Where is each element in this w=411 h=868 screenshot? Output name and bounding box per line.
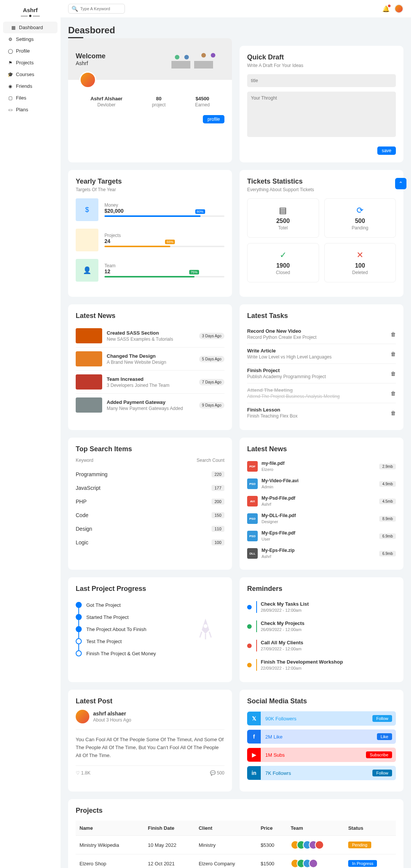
search-input[interactable] [80,6,121,11]
user-avatar[interactable] [394,4,403,13]
draft-body-input[interactable] [247,92,396,137]
trash-icon[interactable]: 🗑 [391,351,396,357]
latest-post-card: Latest Post ashrf alshaer About 3 Hours … [68,690,232,792]
social-icon: 𝕏 [247,712,261,725]
news-image [76,328,102,343]
status-badge: Pending [348,842,371,848]
social-card: Social Media Stats 𝕏90K FollowersFollowf… [240,690,403,792]
table-header: Team [287,821,344,836]
files-title: Latest News [247,445,396,453]
step-dot [76,626,82,632]
svg-point-3 [184,55,189,59]
latest-tasks-title: Latest Tasks [247,312,396,320]
target-icon: $ [76,198,98,221]
yearly-targets-card: Yearly Targets Targets Of The Year $Mone… [68,170,232,297]
nav-friends[interactable]: ◉Friends [0,80,61,92]
search-head-count: Search Count [197,458,224,463]
trash-icon[interactable]: 🗑 [391,331,396,337]
team-avatar [309,859,318,868]
project-progress-title: Last Project Progress [76,585,224,593]
file-type-icon: DLL [247,548,258,559]
draft-title-input[interactable] [247,74,396,87]
table-header: Client [195,821,257,836]
file-type-icon: AVI [247,496,258,506]
reminders-title: Reminders [247,585,396,593]
projects-title: Projects [76,807,396,815]
ticket-icon: ✓ [254,250,312,260]
courses-icon: 🎓 [8,72,13,77]
news-days: 7 Days Ago [199,379,224,385]
ticket-stat: ✓1900Closed [247,243,319,282]
files-icon: ▢ [8,95,13,101]
reminder-dot [247,624,252,629]
file-type-icon: PDF [247,461,258,472]
bell-icon[interactable]: 🔔 [382,5,390,12]
news-days: 3 Days Ago [199,333,224,339]
projects-table: NameFinish DateClientPriceTeamStatus Min… [76,821,396,868]
reminder-dot [247,605,252,609]
search-box[interactable]: 🔍 [68,4,125,14]
profile-button[interactable]: profile [203,115,224,123]
table-row: Ministry Wikipedia10 May 2022Ministry$53… [76,836,396,854]
svg-point-2 [175,55,179,59]
post-author: ashrf alshaer [93,711,126,717]
trash-icon[interactable]: 🗑 [391,390,396,396]
post-body: You Can Fool All Of The People Some Of T… [76,729,224,766]
brand-divider [0,15,61,17]
main-area: 🔍 🔔 Deasbored Welcome Ashrf Ashrf Alshae… [61,0,411,868]
social-button[interactable]: Subscribe [366,751,392,758]
save-button[interactable]: save [377,146,396,155]
task-row: Attend The MeetingAttend The Project Bus… [247,383,396,403]
news-image [76,351,102,366]
post-comments[interactable]: 💬 500 [210,770,224,776]
social-button[interactable]: Follow [372,770,392,776]
projects-card: Projects NameFinish DateClientPriceTeamS… [68,799,403,868]
file-row: PDFmy-file.pdfElzero2.9mb [247,458,396,475]
trash-icon[interactable]: 🗑 [391,410,396,416]
search-row: JavaScript177 [76,481,224,495]
table-header: Status [344,821,396,836]
nav-files[interactable]: ▢Files [0,92,61,104]
post-avatar [76,710,89,723]
nav-plans[interactable]: ▭Plans [0,104,61,115]
tickets-title: Tickets Statistics [247,178,396,185]
ticket-icon: ⟳ [332,206,389,215]
nav-dashboard[interactable]: ▦Dashboard [3,22,58,33]
table-row: Elzero Shop12 Oct 2021Elzero Company$150… [76,854,396,868]
tickets-sub: Everything About Support Tickets [247,187,396,192]
project-progress-card: Last Project Progress Got The ProjectSta… [68,577,232,682]
progress-step: Got The Project [76,599,224,611]
social-button[interactable]: Like [377,733,392,740]
search-row: Programming220 [76,468,224,481]
welcome-stat: 80project [152,96,166,108]
scroll-top-button[interactable]: ⌃ [395,178,406,189]
news-image [76,397,102,413]
social-title: Social Media Stats [247,697,396,705]
news-image [76,374,102,390]
trash-icon[interactable]: 🗑 [391,371,396,377]
search-row: Code150 [76,508,224,522]
nav-profile[interactable]: ◯Profile [0,45,61,57]
page-title: Deasbored [68,25,403,36]
post-likes[interactable]: ♡ 1.8K [76,770,90,776]
dashboard-icon: ▦ [11,25,16,30]
nav-settings[interactable]: ⚙Settings [0,33,61,45]
social-icon: f [247,730,261,743]
target-icon [76,229,98,251]
tickets-card: Tickets Statistics Everything About Supp… [240,170,403,297]
topbar: 🔍 🔔 [61,0,411,17]
welcome-stat: Ashrf AlshaerDevlober [90,96,123,108]
ticket-stat: ⟳500Panding [324,198,396,238]
nav-courses[interactable]: 🎓Courses [0,69,61,80]
step-dot [76,614,82,620]
social-button[interactable]: Follow [372,715,392,722]
social-row: in7K FollowrsFollow [247,766,396,780]
search-icon: 🔍 [72,6,78,12]
welcome-card: Welcome Ashrf Ashrf AlshaerDevlober80pro… [68,46,232,162]
nav-projects[interactable]: ⚑Projects [0,57,61,69]
svg-point-5 [211,53,215,58]
sidebar: Ashrf ▦Dashboard⚙Settings◯Profile⚑Projec… [0,0,61,868]
table-header: Finish Date [144,821,195,836]
table-header: Price [257,821,287,836]
file-row: PSDMy-Eps-File.pdfUser6.9mb [247,527,396,545]
